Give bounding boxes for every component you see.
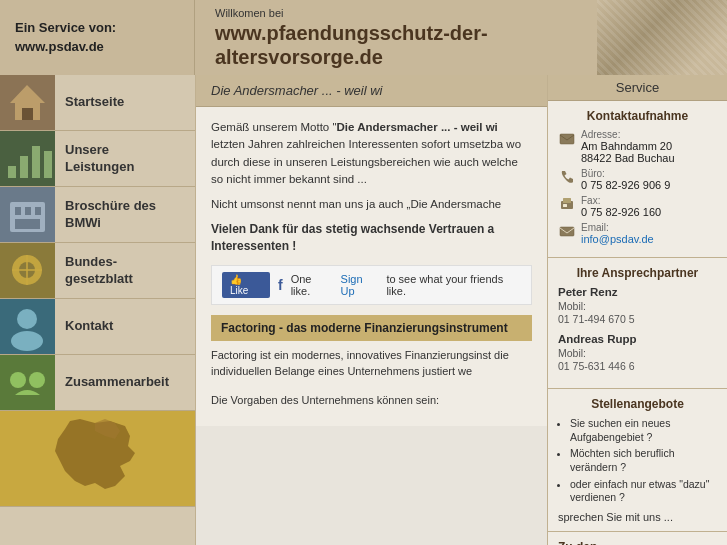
svg-rect-13 — [15, 219, 40, 229]
bundesgesetzblatt-icon — [0, 243, 55, 298]
header-service-text: Ein Service von: www.psdav.de — [15, 19, 179, 55]
sidebar-item-leistungen[interactable]: UnsereLeistungen — [0, 131, 195, 187]
svg-point-23 — [10, 372, 26, 388]
person-renz-name: Peter Renz — [558, 286, 717, 298]
sidebar-item-broschuere[interactable]: Broschüre desBMWi — [0, 187, 195, 243]
main-layout: Startseite UnsereLeistungen — [0, 75, 727, 545]
email-value: info@psdav.de — [581, 233, 654, 245]
email-icon — [558, 222, 576, 240]
svg-rect-26 — [560, 134, 574, 144]
content-header: Die Andersmacher ... - weil wi — [196, 75, 547, 107]
ansprechpartner-section: Ihre Ansprechpartner Peter Renz Mobil: 0… — [548, 258, 727, 389]
zu-den-title: Zu den — [558, 540, 717, 545]
address-line1: Am Bahndamm 20 — [581, 140, 675, 152]
svg-rect-30 — [560, 227, 574, 236]
buero-label: Büro: — [581, 168, 670, 179]
content-scroll[interactable]: Die Andersmacher ... - weil wi Gemäß uns… — [196, 75, 547, 545]
buero-content: Büro: 0 75 82-926 906 9 — [581, 168, 670, 191]
buero-value: 0 75 82-926 906 9 — [581, 179, 670, 191]
svg-rect-12 — [35, 207, 41, 215]
address-line2: 88422 Bad Buchau — [581, 152, 675, 164]
ansprechpartner-title: Ihre Ansprechpartner — [558, 266, 717, 280]
content-andersmache: Nicht umsonst nennt man uns ja auch „Die… — [211, 196, 532, 213]
stelle-item-3: oder einfach nur etwas "dazu" verdienen … — [570, 478, 717, 505]
svg-rect-4 — [8, 166, 16, 178]
person-renz: Peter Renz Mobil: 01 71-494 670 5 — [558, 286, 717, 325]
stelle-item-2: Möchten sich beruflich verändern ? — [570, 447, 717, 474]
svg-rect-29 — [563, 204, 567, 207]
leistungen-icon — [0, 131, 55, 186]
stellenangebote-list: Sie suchen ein neues Aufgabengebiet ? Mö… — [558, 417, 717, 505]
sidebar-item-bundesgesetzblatt[interactable]: Bundes-gesetzblatt — [0, 243, 195, 299]
sidebar-item-startseite[interactable]: Startseite — [0, 75, 195, 131]
fb-rest-text: to see what your friends like. — [386, 273, 521, 297]
svg-point-21 — [11, 331, 43, 351]
sidebar-item-kontakt[interactable]: Kontakt — [0, 299, 195, 355]
sidebar-item-zusammenarbeit[interactable]: Zusammenarbeit — [0, 355, 195, 411]
fax-row: Fax: 0 75 82-926 160 — [558, 195, 717, 218]
address-content: Adresse: Am Bahndamm 20 88422 Bad Buchau — [581, 129, 675, 164]
zusammenarbeit-icon — [0, 355, 55, 410]
person-renz-mobil-value: 01 71-494 670 5 — [558, 313, 717, 325]
content-vielen-dank: Vielen Dank für das stetig wachsende Ver… — [211, 221, 532, 255]
fb-like-button[interactable]: 👍 Like — [222, 272, 270, 298]
person-rupp: Andreas Rupp Mobil: 01 75-631 446 6 — [558, 333, 717, 372]
kontaktaufnahme-section: Kontaktaufnahme Adresse: Am Bahndamm 20 … — [548, 101, 727, 258]
svg-rect-11 — [25, 207, 31, 215]
email-content: Email: info@psdav.de — [581, 222, 654, 245]
fb-signup-link[interactable]: Sign Up — [341, 273, 379, 297]
person-rupp-mobil-value: 01 75-631 446 6 — [558, 360, 717, 372]
broschuere-icon — [0, 187, 55, 242]
svg-rect-10 — [15, 207, 21, 215]
content-header-text: Die Andersmacher ... - weil wi — [211, 83, 382, 98]
kontakt-label: Kontakt — [55, 310, 123, 343]
broschuere-label: Broschüre desBMWi — [55, 190, 166, 240]
right-sidebar: Service Kontaktaufnahme Adresse: Am Bahn… — [547, 75, 727, 545]
stellenangebote-section: Stellenangebote Sie suchen ein neues Auf… — [548, 389, 727, 532]
fax-content: Fax: 0 75 82-926 160 — [581, 195, 661, 218]
right-sidebar-header: Service — [548, 75, 727, 101]
header-left: Ein Service von: www.psdav.de — [0, 0, 195, 75]
site-title: www.pfaendungsschutz-der-altersvorsorge.… — [215, 21, 577, 69]
person-rupp-mobil-label: Mobil: — [558, 347, 717, 359]
svg-rect-28 — [563, 198, 571, 203]
fax-icon — [558, 195, 576, 213]
fax-value: 0 75 82-926 160 — [581, 206, 661, 218]
svg-rect-5 — [20, 156, 28, 178]
sprechen-text: sprechen Sie mit uns ... — [558, 511, 717, 523]
svg-point-24 — [29, 372, 45, 388]
person-rupp-name: Andreas Rupp — [558, 333, 717, 345]
phone-icon — [558, 168, 576, 186]
bundesgesetzblatt-label: Bundes-gesetzblatt — [55, 246, 143, 296]
stellenangebote-title: Stellenangebote — [558, 397, 717, 411]
fb-one-like: One like. — [291, 273, 333, 297]
zu-den-section: Zu den — [548, 532, 727, 545]
factoring-para2: Die Vorgaben des Unternehmens können sei… — [211, 386, 532, 415]
zusammenarbeit-label: Zusammenarbeit — [55, 366, 179, 399]
kontaktaufnahme-title: Kontaktaufnahme — [558, 109, 717, 123]
content-body: Gemäß unserem Motto "Die Andersmacher ..… — [196, 107, 547, 426]
factoring-para1: Factoring ist ein modernes, innovatives … — [211, 341, 532, 386]
map-icon — [0, 411, 195, 506]
address-icon — [558, 129, 576, 147]
welcome-text: Willkomen bei — [215, 6, 577, 21]
sidebar-item-map[interactable] — [0, 411, 195, 507]
svg-rect-6 — [32, 146, 40, 178]
svg-rect-7 — [44, 151, 52, 178]
email-row: Email: info@psdav.de — [558, 222, 717, 245]
email-link[interactable]: info@psdav.de — [581, 233, 654, 245]
svg-rect-2 — [22, 108, 33, 120]
sidebar: Startseite UnsereLeistungen — [0, 75, 195, 545]
buero-row: Büro: 0 75 82-926 906 9 — [558, 168, 717, 191]
startseite-label: Startseite — [55, 86, 134, 119]
factoring-section-title: Factoring - das moderne Finanzierungsins… — [211, 315, 532, 341]
leistungen-label: UnsereLeistungen — [55, 134, 144, 184]
factoring-title-text: Factoring - das moderne Finanzierungsins… — [221, 321, 508, 335]
header-texture — [597, 0, 727, 75]
address-label: Adresse: — [581, 129, 675, 140]
stelle-item-1: Sie suchen ein neues Aufgabengebiet ? — [570, 417, 717, 444]
startseite-icon — [0, 75, 55, 130]
content-para1: Gemäß unserem Motto "Die Andersmacher ..… — [211, 119, 532, 188]
fax-label: Fax: — [581, 195, 661, 206]
svg-rect-22 — [0, 355, 55, 410]
